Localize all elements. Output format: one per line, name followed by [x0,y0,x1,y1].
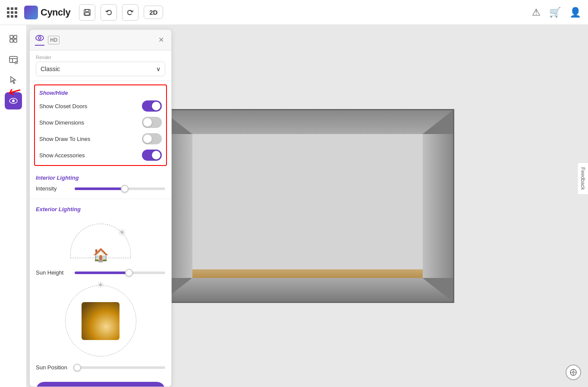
save-button[interactable] [79,4,95,21]
svg-rect-3 [10,35,13,38]
cart-icon[interactable]: 🛒 [549,7,561,18]
show-accessories-toggle[interactable] [142,150,162,161]
topbar: Cyncly 2D ⚠ 🛒 👤 [0,0,588,25]
panel-body: Render Classic ∨ Show/Hide Show Closet D… [30,50,171,387]
room-floor [162,278,453,302]
exterior-lighting-section: Exterior Lighting 🏠 ☀ Sun Height [30,201,171,281]
user-icon[interactable]: 👤 [569,7,581,18]
svg-rect-1 [85,9,89,12]
intensity-fill [75,187,125,190]
chevron-down-icon: ∨ [156,66,160,72]
feedback-label: Feedback [580,167,586,190]
sun-position-slider[interactable] [75,366,165,369]
exterior-sun-icon: ☀ [118,227,126,238]
svg-point-22 [572,371,574,373]
room-outer [161,109,454,303]
sun-position-label: Sun Position [36,364,70,371]
show-dimensions-label: Show Dimensions [39,119,84,126]
sun-arc-diagram: 🏠 ☀ [36,217,165,269]
sun-height-label: Sun Height [36,269,70,276]
show-accessories-label: Show Accessories [39,152,85,159]
show-draw-to-lines-label: Show Draw To Lines [39,136,90,142]
svg-rect-4 [14,35,17,38]
svg-point-16 [38,37,41,39]
logo-icon [24,6,38,19]
show-draw-to-lines-toggle[interactable] [142,133,162,144]
logo: Cyncly [24,6,70,19]
intensity-label: Intensity [36,185,70,192]
svg-point-14 [12,100,15,102]
show-dimensions-thumb [143,118,152,127]
logo-text: Cyncly [41,7,70,18]
render-panel: HD ✕ Render Classic ∨ Show/Hide Show Clo… [29,29,172,387]
room-3d-view [161,109,454,303]
sun-height-slider-row: Sun Height [36,269,165,276]
intensity-thumb[interactable] [121,185,129,193]
room-right-wall [423,134,453,278]
room-floor-strip [192,269,423,278]
panel-close-button[interactable]: ✕ [156,35,166,45]
show-dimensions-toggle[interactable] [142,117,162,128]
sun-position-thumb[interactable] [73,364,81,371]
divider-1 [30,199,171,199]
intensity-slider[interactable] [75,187,165,190]
render-select[interactable]: Classic ∨ [36,62,165,76]
interior-lighting-title: Interior Lighting [36,175,165,181]
2d-mode-button[interactable]: 2D [144,6,163,19]
sun-circle-container: ☀ [36,285,165,356]
show-draw-to-lines-row: Show Draw To Lines [39,133,162,144]
show-accessories-row: Show Accessories [39,150,162,161]
show-closet-doors-thumb [152,102,160,110]
sidebar-tool-1[interactable] [5,30,22,47]
show-accessories-thumb [152,151,160,159]
room-back-wall [192,134,423,269]
sidebar-cursor-tool[interactable] [5,72,22,89]
room-ceiling [162,110,453,134]
print-screen-button[interactable]: 📷 Print Screen [36,382,165,387]
interior-lighting-section: Interior Lighting Intensity [30,169,171,197]
show-closet-doors-row: Show Closet Doors [39,100,162,112]
sidebar-tool-2[interactable] [5,51,22,68]
warning-icon[interactable]: ⚠ [532,7,541,18]
show-closet-doors-label: Show Closet Doors [39,103,87,109]
undo-button[interactable] [101,4,117,21]
sidebar-eye-button[interactable] [5,92,22,109]
render-section: Render Classic ∨ [30,50,171,81]
panel-header: HD ✕ [30,30,171,50]
panel-hd-icon[interactable]: HD [48,36,60,44]
show-draw-to-lines-thumb [143,134,152,143]
grid-menu-icon[interactable] [7,7,17,18]
sun-position-circle[interactable]: ☀ [65,285,136,356]
svg-rect-2 [85,12,89,15]
sun-arc-container: 🏠 ☀ [70,224,131,262]
sun-height-thumb[interactable] [125,269,133,277]
render-label: Render [36,55,165,60]
sun-position-slider-row: Sun Position [30,361,171,377]
sun-height-fill [75,272,129,274]
sun-top-icon: ☀ [97,280,104,290]
show-hide-section: Show/Hide Show Closet Doors Show Dimensi… [34,84,167,166]
show-dimensions-row: Show Dimensions [39,117,162,128]
redo-button[interactable] [122,4,138,21]
exterior-lighting-title: Exterior Lighting [36,206,165,212]
sun-height-slider[interactable] [75,272,165,274]
svg-rect-5 [10,39,13,42]
render-value: Classic [41,66,60,72]
topbar-right: ⚠ 🛒 👤 [532,7,581,18]
show-closet-doors-toggle[interactable] [142,100,162,112]
panel-eye-icon[interactable] [35,34,44,46]
sun-square-gradient [82,302,119,340]
crosshair-button[interactable] [566,365,581,380]
left-sidebar [0,25,27,387]
svg-rect-6 [14,39,17,42]
sun-position-section: ☀ [30,281,171,361]
show-hide-title: Show/Hide [39,90,162,96]
intensity-slider-row: Intensity [36,185,165,192]
svg-point-15 [36,35,44,41]
feedback-sidebar[interactable]: Feedback [577,162,588,195]
house-icon: 🏠 [93,247,109,262]
